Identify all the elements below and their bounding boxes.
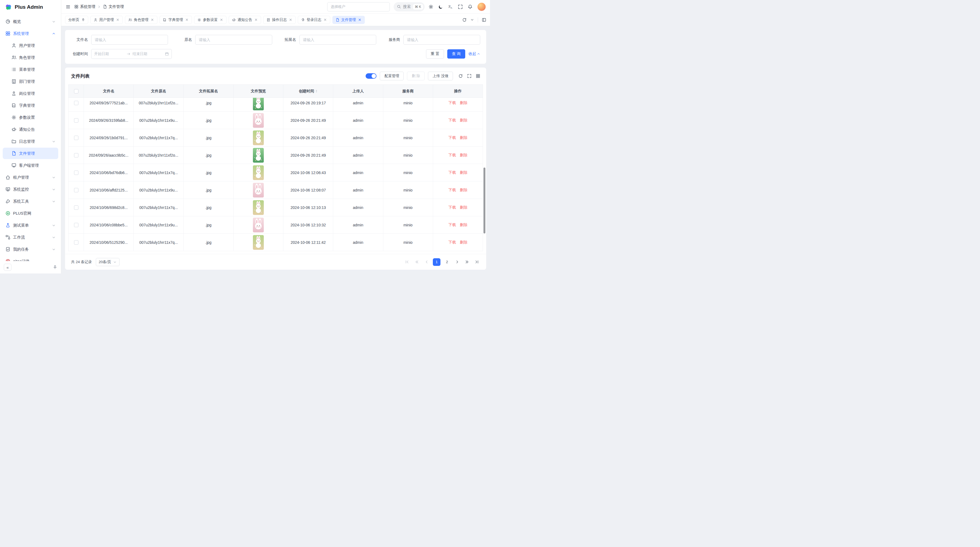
tab-用户管理[interactable]: 用户管理 [91, 16, 123, 24]
delete-link[interactable]: 删除 [460, 188, 468, 192]
download-link[interactable]: 下载 [449, 153, 456, 157]
upload-button[interactable]: 上传 没做 [428, 72, 453, 80]
tab-文件管理[interactable]: 文件管理 [332, 16, 365, 24]
tab-menu-chevron-icon[interactable] [470, 18, 474, 22]
reset-button[interactable]: 重 置 [426, 49, 444, 59]
close-icon[interactable] [254, 18, 258, 22]
tab-登录日志[interactable]: 登录日志 [298, 16, 330, 24]
language-icon[interactable]: 文A [448, 4, 453, 9]
avatar[interactable] [477, 3, 486, 11]
file-name-input[interactable] [91, 35, 168, 45]
page-size-select[interactable]: 20条/页 [96, 258, 120, 266]
row-checkbox[interactable] [74, 101, 78, 105]
delete-link[interactable]: 删除 [460, 136, 468, 140]
file-preview-image[interactable] [253, 165, 264, 180]
sidebar-item-my-tasks[interactable]: 我的任务 [3, 244, 58, 255]
tab-分析页[interactable]: 分析页 [65, 16, 88, 24]
prev-5-pages-button[interactable] [413, 258, 420, 266]
close-icon[interactable] [358, 18, 361, 22]
close-icon[interactable] [323, 18, 327, 22]
page-2-button[interactable]: 2 [443, 258, 451, 266]
batch-delete-button[interactable]: 删 除 [407, 72, 425, 80]
notification-bell-icon[interactable] [468, 4, 473, 9]
delete-link[interactable]: 删除 [460, 153, 468, 157]
sidebar-item-user[interactable]: 用户管理 [3, 40, 58, 51]
tenant-select[interactable]: 选择租户 [327, 2, 390, 11]
row-checkbox[interactable] [74, 240, 78, 245]
sidebar-collapse-button[interactable]: « [4, 264, 11, 271]
download-link[interactable]: 下载 [449, 170, 456, 175]
file-preview-image[interactable] [253, 200, 264, 215]
settings-gear-icon[interactable] [428, 4, 433, 9]
row-checkbox[interactable] [74, 136, 78, 140]
table-scrollbar[interactable] [484, 167, 485, 234]
date-range-picker[interactable]: 开始日期 结束日期 [91, 49, 172, 59]
close-icon[interactable] [220, 18, 223, 22]
next-page-button[interactable] [453, 258, 461, 266]
config-manage-button[interactable]: 配置管理 [380, 72, 404, 80]
file-preview-image[interactable] [253, 148, 264, 163]
sidebar-item-dict[interactable]: 字典管理 [3, 100, 58, 111]
fullscreen-icon[interactable] [458, 4, 463, 9]
original-name-input[interactable] [195, 35, 272, 45]
sidebar-item-workflow[interactable]: 工作流 [3, 231, 58, 243]
refresh-table-icon[interactable] [458, 74, 463, 78]
row-checkbox[interactable] [74, 188, 78, 192]
delete-link[interactable]: 删除 [460, 240, 468, 244]
page-1-button[interactable]: 1 [433, 258, 441, 266]
file-preview-image[interactable] [253, 98, 264, 110]
last-page-button[interactable] [473, 258, 480, 266]
sidebar-item-system[interactable]: 系统管理 [3, 28, 58, 39]
tab-操作日志[interactable]: 操作日志 [263, 16, 296, 24]
close-icon[interactable] [289, 18, 293, 22]
download-link[interactable]: 下载 [449, 100, 456, 105]
delete-link[interactable]: 删除 [460, 170, 468, 175]
download-link[interactable]: 下载 [449, 118, 456, 122]
sort-icon[interactable] [315, 89, 318, 93]
delete-link[interactable]: 删除 [460, 118, 468, 122]
sidebar-item-sys-monitor[interactable]: 系统监控 [3, 183, 58, 195]
sidebar-item-overview[interactable]: 概览 [3, 16, 58, 27]
column-settings-icon[interactable] [476, 74, 480, 78]
sidebar-item-plus-site[interactable]: PLUS官网 [3, 207, 58, 219]
sidebar-item-menu[interactable]: 菜单管理 [3, 64, 58, 75]
download-link[interactable]: 下载 [449, 188, 456, 192]
sidebar-item-post[interactable]: 岗位管理 [3, 88, 58, 99]
tab-字典管理[interactable]: 字典管理 [159, 16, 192, 24]
file-preview-image[interactable] [253, 218, 264, 232]
download-link[interactable]: 下载 [449, 240, 456, 244]
pin-icon[interactable] [81, 18, 85, 22]
sidebar-item-log[interactable]: 日志管理 [3, 136, 58, 147]
close-icon[interactable] [151, 18, 154, 22]
close-icon[interactable] [116, 18, 119, 22]
layout-panel-icon[interactable] [482, 18, 486, 22]
sidebar-item-dept[interactable]: 部门管理 [3, 76, 58, 87]
delete-link[interactable]: 删除 [460, 100, 468, 105]
row-checkbox[interactable] [74, 153, 78, 158]
breadcrumb-item-system[interactable]: 系统管理 [74, 4, 95, 9]
prev-page-button[interactable] [423, 258, 430, 266]
search-button[interactable]: 查 询 [447, 49, 465, 59]
file-preview-image[interactable] [253, 113, 264, 128]
download-link[interactable]: 下载 [449, 223, 456, 227]
sidebar-item-client[interactable]: 客户端管理 [3, 159, 58, 171]
collapse-filters-link[interactable]: 收起 [468, 51, 480, 56]
global-search[interactable]: 搜索 ⌘ K [394, 2, 425, 11]
sidebar-toggle-icon[interactable] [65, 4, 70, 9]
refresh-tab-icon[interactable] [462, 18, 466, 22]
file-preview-image[interactable] [253, 131, 264, 145]
row-checkbox[interactable] [74, 171, 78, 175]
row-checkbox[interactable] [74, 206, 78, 210]
breadcrumb-item-file[interactable]: 文件管理 [103, 4, 124, 9]
row-checkbox[interactable] [74, 118, 78, 123]
sidebar-item-tenant[interactable]: 租户管理 [3, 172, 58, 183]
download-link[interactable]: 下载 [449, 205, 456, 209]
row-checkbox[interactable] [74, 223, 78, 227]
provider-input[interactable] [403, 35, 480, 45]
sidebar-item-role[interactable]: 角色管理 [3, 52, 58, 63]
next-5-pages-button[interactable] [463, 258, 470, 266]
sidebar-item-notice[interactable]: 通知公告 [3, 124, 58, 135]
file-preview-image[interactable] [253, 235, 264, 250]
file-preview-image[interactable] [253, 183, 264, 198]
tab-参数设置[interactable]: 参数设置 [194, 16, 226, 24]
